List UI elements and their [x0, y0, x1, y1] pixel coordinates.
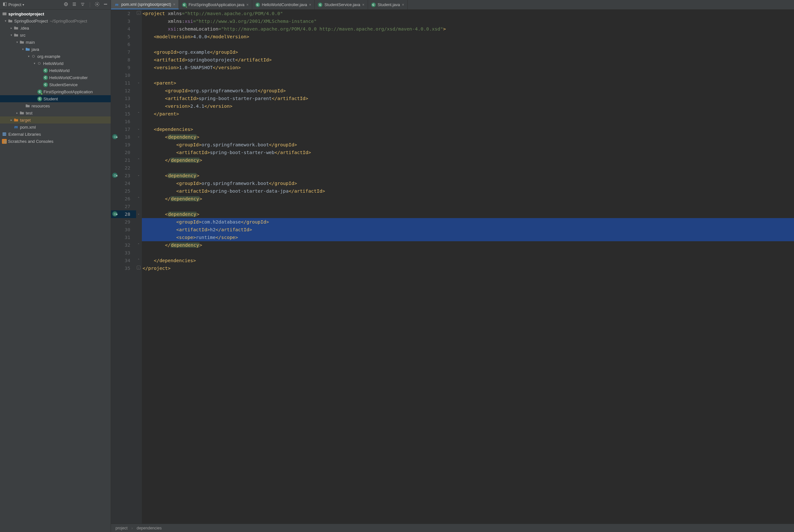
fold-close-icon[interactable]: ⌃: [137, 243, 140, 246]
chevron-down-icon[interactable]: ▾: [26, 55, 31, 58]
line-number[interactable]: 34: [111, 257, 136, 264]
line-number[interactable]: 28: [111, 210, 136, 218]
fold-open-icon[interactable]: ⌄: [137, 134, 140, 138]
line-number[interactable]: 14: [111, 102, 136, 110]
select-opened-file-icon[interactable]: [63, 2, 69, 8]
expand-all-icon[interactable]: [72, 2, 77, 8]
tree-resources[interactable]: resources: [0, 102, 111, 109]
line-number[interactable]: 8: [111, 56, 136, 64]
sidebar-view-dropdown-icon[interactable]: ▾: [22, 3, 24, 6]
breadcrumb-item[interactable]: dependencies: [137, 526, 162, 530]
line-number[interactable]: 21: [111, 156, 136, 164]
line-number[interactable]: 13: [111, 95, 136, 102]
line-number[interactable]: 12: [111, 87, 136, 95]
line-number[interactable]: 5: [111, 33, 136, 40]
hide-tool-icon[interactable]: [103, 2, 108, 8]
line-number[interactable]: 33: [111, 249, 136, 257]
line-number[interactable]: 18: [111, 133, 136, 141]
close-tab-icon[interactable]: ×: [173, 2, 175, 7]
line-number[interactable]: 15: [111, 110, 136, 118]
chevron-down-icon[interactable]: ▾: [32, 62, 37, 65]
tab-app[interactable]: C FirstSpringBootApplication.java ×: [179, 0, 252, 9]
line-number[interactable]: 6: [111, 40, 136, 48]
tree-main[interactable]: ▾ main: [0, 39, 111, 46]
line-number[interactable]: 3: [111, 17, 136, 25]
tree-module[interactable]: ▾ SpringBootProject ~/SpringBootProject: [0, 17, 111, 24]
tab-ss[interactable]: C StudentService.java ×: [315, 0, 368, 9]
fold-close-icon[interactable]: ⌃: [137, 258, 140, 262]
close-tab-icon[interactable]: ×: [309, 3, 311, 7]
settings-gear-icon[interactable]: [95, 2, 100, 8]
fold-open-icon[interactable]: ⌄: [137, 127, 140, 131]
line-number[interactable]: 24: [111, 179, 136, 187]
tree-pom[interactable]: m pom.xml: [0, 124, 111, 131]
tab-student[interactable]: C Student.java ×: [368, 0, 408, 9]
tree-class-student[interactable]: C Student: [0, 95, 111, 102]
project-tree[interactable]: springbootproject ▾ SpringBootProject ~/…: [0, 10, 111, 532]
fold-open-icon[interactable]: ⌄: [137, 212, 140, 215]
fold-open-icon[interactable]: ⌄: [137, 80, 140, 84]
line-number[interactable]: 17: [111, 126, 136, 133]
tree-root[interactable]: springbootproject: [0, 10, 111, 17]
close-tab-icon[interactable]: ×: [246, 3, 249, 7]
close-tab-icon[interactable]: ×: [402, 3, 404, 7]
fold-close-icon[interactable]: ⌃: [137, 196, 140, 200]
fold-close-icon[interactable]: ⌃: [137, 111, 140, 115]
chevron-right-icon[interactable]: ▸: [15, 111, 19, 114]
tree-scratch[interactable]: Scratches and Consoles: [0, 138, 111, 145]
chevron-right-icon[interactable]: ▸: [9, 26, 14, 30]
line-number[interactable]: 20: [111, 149, 136, 156]
close-tab-icon[interactable]: ×: [362, 3, 364, 7]
tree-idea[interactable]: ▸ .idea: [0, 24, 111, 32]
gutter[interactable]: 2 3 4 5 6 7 8 9 10 11 12 13 14 15 16 17 …: [111, 10, 136, 524]
tree-class-ss[interactable]: C StudentService: [0, 81, 111, 88]
fold-toggle-icon[interactable]: −: [137, 266, 140, 269]
fold-close-icon[interactable]: ⌃: [137, 158, 140, 162]
line-number[interactable]: 29: [111, 218, 136, 226]
line-number[interactable]: 25: [111, 187, 136, 195]
tree-hw-package[interactable]: ▾ HelloWorld: [0, 60, 111, 67]
sidebar-title[interactable]: Project: [8, 2, 21, 7]
tree-test[interactable]: ▸ test: [0, 109, 111, 116]
line-number[interactable]: 4: [111, 25, 136, 33]
tab-hwc[interactable]: C HelloWorldController.java ×: [252, 0, 315, 9]
chevron-right-icon[interactable]: ▸: [9, 118, 14, 121]
line-number[interactable]: 19: [111, 141, 136, 149]
chevron-down-icon[interactable]: ▾: [9, 34, 14, 37]
fold-open-icon[interactable]: ⌄: [137, 173, 140, 177]
maven-dependency-gutter-icon[interactable]: [112, 211, 117, 216]
line-number[interactable]: 9: [111, 64, 136, 71]
chevron-down-icon[interactable]: ▾: [21, 48, 25, 51]
chevron-down-icon[interactable]: ▾: [3, 19, 8, 22]
breadcrumb-item[interactable]: project: [115, 526, 128, 530]
line-number[interactable]: 10: [111, 71, 136, 79]
tree-extlib[interactable]: External Libraries: [0, 131, 111, 138]
line-number[interactable]: 26: [111, 195, 136, 203]
tree-target[interactable]: ▸ target: [0, 116, 111, 124]
tree-src[interactable]: ▾ src: [0, 32, 111, 39]
tree-class-hwc[interactable]: C HelloWorldController: [0, 74, 111, 81]
maven-dependency-gutter-icon[interactable]: [112, 173, 117, 178]
tree-class-hw[interactable]: C HelloWorld: [0, 67, 111, 74]
line-number[interactable]: 22: [111, 164, 136, 172]
line-number[interactable]: 31: [111, 233, 136, 241]
line-number[interactable]: 30: [111, 226, 136, 233]
tree-package[interactable]: ▾ org.example: [0, 53, 111, 60]
line-number[interactable]: 11: [111, 79, 136, 87]
code-editor[interactable]: <project xmlns="http://maven.apache.org/…: [142, 10, 794, 524]
tab-pom[interactable]: m pom.xml (springbootproject) ×: [111, 0, 179, 9]
line-number[interactable]: 27: [111, 203, 136, 210]
fold-strip[interactable]: − ⌄ ⌃ ⌄ ⌄ ⌃ ⌄ ⌃ ⌄ ⌃ ⌃ −: [136, 10, 142, 524]
line-number[interactable]: 32: [111, 241, 136, 249]
fold-toggle-icon[interactable]: −: [137, 11, 140, 15]
line-number[interactable]: 23: [111, 172, 136, 179]
line-number[interactable]: 2: [111, 10, 136, 17]
tree-java[interactable]: ▾ java: [0, 46, 111, 53]
maven-dependency-gutter-icon[interactable]: [112, 134, 117, 139]
chevron-down-icon[interactable]: ▾: [15, 40, 19, 44]
line-number[interactable]: 35: [111, 264, 136, 272]
line-number[interactable]: 7: [111, 48, 136, 56]
tree-class-app[interactable]: C FirstSpringBootApplication: [0, 88, 111, 95]
collapse-all-icon[interactable]: [80, 2, 85, 8]
line-number[interactable]: 16: [111, 118, 136, 126]
